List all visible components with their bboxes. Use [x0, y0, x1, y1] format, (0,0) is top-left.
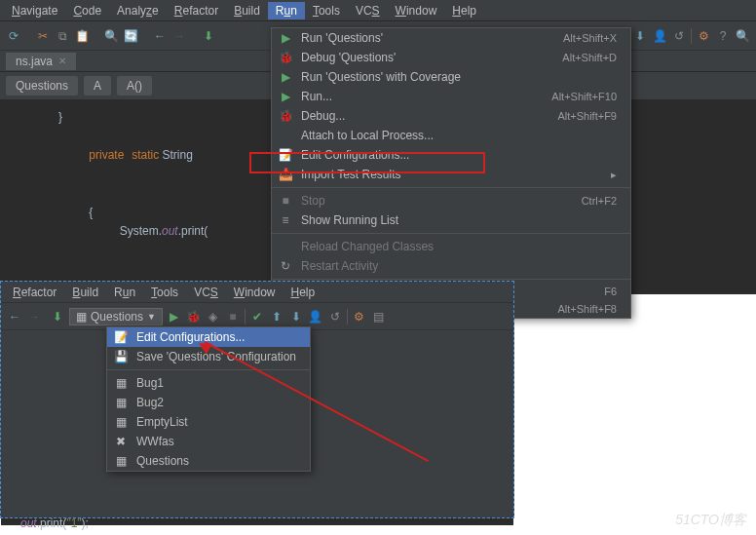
vcs-pull-icon[interactable]: ⬇ [288, 309, 304, 325]
config-item[interactable]: ▦Questions [107, 451, 310, 471]
crumb-inner[interactable]: A [84, 76, 111, 96]
shortcut: ▸ [611, 169, 617, 181]
combo-label: Questions [91, 310, 143, 324]
menu-navigate[interactable]: NNavigateavigate [4, 2, 65, 19]
config-item-icon: ▦ [113, 396, 129, 409]
menubar: NNavigateavigate Code Analyze Refactor B… [0, 0, 756, 21]
menu-window[interactable]: Window [388, 2, 445, 19]
stop-icon[interactable]: ■ [225, 309, 241, 325]
menu-item-icon: ≡ [278, 213, 293, 227]
forward-icon-2[interactable]: → [26, 309, 42, 325]
back-icon-2[interactable]: ← [7, 309, 22, 325]
menu-tools[interactable]: Tools [305, 2, 348, 19]
menu-item[interactable]: ▶Run 'Questions'Alt+Shift+X [272, 28, 630, 48]
config-item[interactable]: 💾Save 'Questions' Configuration [107, 347, 310, 366]
menu2-run[interactable]: Run [106, 284, 143, 301]
menu-item-icon: ▶ [278, 70, 293, 84]
menu-item-label: Debug 'Questions' [301, 51, 554, 64]
menu-vcs[interactable]: VCS [348, 2, 388, 19]
sync-icon[interactable]: ⟳ [6, 28, 21, 44]
shortcut: Alt+Shift+F10 [551, 91, 617, 102]
debug-icon[interactable]: 🐞 [186, 309, 202, 325]
menu2-tools[interactable]: Tools [143, 284, 186, 301]
build-icon[interactable]: ⬇ [201, 28, 216, 44]
config-item[interactable]: ✖WWfas [107, 432, 310, 451]
coverage-icon[interactable]: ◈ [206, 309, 221, 325]
shortcut: Alt+Shift+D [562, 52, 617, 63]
menu-item[interactable]: ≡Show Running List [272, 210, 630, 230]
replace-icon[interactable]: 🔄 [123, 28, 138, 44]
menu-item-icon: ▶ [278, 90, 293, 103]
back-icon[interactable]: ← [152, 28, 168, 44]
menu-item-label: Restart Activity [301, 259, 609, 273]
history-icon-2[interactable]: ↺ [327, 309, 343, 325]
menu-help[interactable]: Help [444, 2, 484, 19]
menu-item-label: Run 'Questions' with Coverage [301, 70, 609, 84]
vcs-push-icon[interactable]: ⬆ [269, 309, 284, 325]
config-item[interactable]: ▦Bug2 [107, 393, 310, 412]
build-icon-2[interactable]: ⬇ [50, 309, 65, 325]
shortcut: Ctrl+F2 [582, 195, 617, 207]
structure-icon[interactable]: ▤ [371, 309, 387, 325]
cut-icon[interactable]: ✂ [35, 28, 51, 44]
config-item-label: Save 'Questions' Configuration [136, 350, 296, 363]
avatar-icon-2[interactable]: 👤 [308, 309, 323, 325]
file-tab-label: ns.java [16, 55, 53, 68]
file-tab[interactable]: ns.java ✕ [6, 53, 76, 70]
menu-code[interactable]: Code [65, 2, 109, 19]
menu-item-label: Attach to Local Process... [301, 129, 609, 142]
menu-build[interactable]: Build [226, 2, 268, 19]
update-icon[interactable]: ⬇ [632, 28, 648, 44]
menu2-help[interactable]: Help [284, 284, 323, 301]
run-icon[interactable]: ▶ [167, 309, 182, 325]
shortcut: F6 [604, 286, 617, 297]
avatar-icon[interactable]: 👤 [652, 28, 667, 44]
menu-item[interactable]: 🐞Debug 'Questions'Alt+Shift+D [272, 48, 630, 67]
menu-item-icon: 🐞 [278, 51, 293, 64]
menu-refactor[interactable]: Refactor [167, 2, 226, 19]
menu-item[interactable]: Attach to Local Process... [272, 126, 630, 145]
menu2-build[interactable]: Build [64, 284, 106, 301]
crumb-class[interactable]: Questions [6, 76, 78, 96]
menu2-window[interactable]: Window [226, 284, 284, 301]
close-icon[interactable]: ✕ [58, 56, 66, 66]
menu-item-label: Reload Changed Classes [301, 240, 609, 253]
menu-item[interactable]: Reload Changed Classes [272, 237, 630, 256]
config-item-label: WWfas [136, 435, 296, 448]
menu-run[interactable]: Run [268, 2, 305, 19]
forward-icon[interactable]: → [171, 28, 187, 44]
menu-item-icon: 📥 [278, 168, 293, 181]
run-menu: ▶Run 'Questions'Alt+Shift+X🐞Debug 'Quest… [271, 27, 631, 319]
menu-item-label: Edit Configurations... [301, 148, 609, 162]
menu-analyze[interactable]: Analyze [109, 2, 167, 19]
menu-item[interactable]: 🐞Debug...Alt+Shift+F9 [272, 106, 630, 126]
copy-icon[interactable]: ⧉ [55, 28, 70, 44]
menu2-vcs[interactable]: VCS [186, 284, 226, 301]
menu-item-label: Stop [301, 194, 574, 208]
crumb-method[interactable]: A() [117, 76, 152, 96]
menu-item[interactable]: 📥Import Test Results▸ [272, 165, 630, 184]
settings-icon-2[interactable]: ⚙ [352, 309, 367, 325]
menu-item[interactable]: ■StopCtrl+F2 [272, 191, 630, 210]
config-item-label: Edit Configurations... [136, 330, 296, 344]
run-config-combo[interactable]: ▦ Questions ▼ [69, 308, 163, 325]
menu-item[interactable]: 📝Edit Configurations... [272, 145, 630, 165]
menu-item-label: Import Test Results [301, 168, 603, 181]
menu-item[interactable]: ▶Run...Alt+Shift+F10 [272, 87, 630, 106]
history-icon[interactable]: ↺ [671, 28, 687, 44]
search-icon[interactable]: 🔍 [103, 28, 119, 44]
find-icon[interactable]: 🔍 [735, 28, 750, 44]
settings-icon[interactable]: ⚙ [696, 28, 711, 44]
menu-item[interactable]: ▶Run 'Questions' with Coverage [272, 67, 630, 87]
config-item[interactable]: ▦EmptyList [107, 412, 310, 432]
menu-item[interactable]: ↻Restart Activity [272, 256, 630, 276]
help-icon[interactable]: ? [715, 28, 731, 44]
menu-item-icon: ▶ [278, 31, 293, 45]
config-item-label: EmptyList [136, 415, 296, 429]
menu-item-label: Debug... [301, 109, 549, 123]
vcs-commit-icon[interactable]: ✔ [249, 309, 265, 325]
shortcut: Alt+Shift+X [563, 32, 617, 44]
paste-icon[interactable]: 📋 [74, 28, 90, 44]
overlay-screenshot: Refactor Build Run Tools VCS Window Help… [0, 281, 514, 518]
menu2-refactor[interactable]: Refactor [5, 284, 64, 301]
